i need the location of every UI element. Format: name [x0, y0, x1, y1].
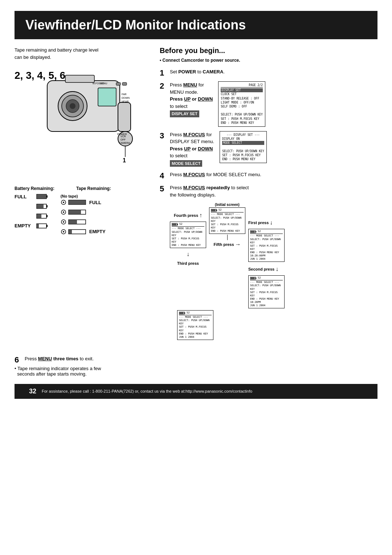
battery-half [36, 214, 48, 219]
step1-num: 1 [160, 69, 167, 77]
svg-rect-26 [46, 205, 48, 207]
svg-rect-45 [69, 210, 81, 214]
page-title: Viewfinder/LCD Monitor Indications [25, 17, 367, 33]
press-sequence-diagram: Fourth press ↑ 52 --- MODE SELECT [170, 202, 377, 340]
tape-bar-half [68, 219, 86, 224]
svg-rect-29 [46, 215, 48, 217]
tape-reel-low [61, 229, 66, 234]
first-press-arrow: ↓ [270, 218, 273, 227]
fourth-press-arrow-up: ↑ [199, 211, 202, 220]
step6-content: Press MENU three times to exit. [25, 355, 94, 362]
third-press-screen-area: 52 --- MODE SELECT --- SELECT: PUSH UP/D… [177, 310, 377, 340]
right-column: Before you begin... • Connect Camcorder … [160, 46, 377, 344]
step6-num: 6 [15, 356, 22, 364]
initial-screen-label: (Initial screen) [215, 202, 240, 207]
svg-rect-58 [250, 231, 255, 233]
before-heading: Before you begin... [160, 46, 377, 55]
intro-text: Tape remaining and battery charge level … [15, 46, 152, 61]
battery-header: Battery Remaining: Tape Remaining: [15, 186, 152, 191]
footer-text: For assistance, please call : 1-800-211-… [42, 389, 252, 393]
battery-icon-full [36, 194, 48, 199]
svg-rect-27 [37, 204, 44, 208]
first-press-screen: 52 --- MODE SELECT --- SELECT: PUSH UP/D… [248, 229, 285, 262]
svg-rect-7 [116, 82, 121, 85]
third-battery-icon [179, 312, 185, 315]
fifth-press-arrow: → [235, 240, 241, 249]
step-2: 2 Press MENU for MENU mode. Press UP or … [160, 81, 377, 127]
svg-point-37 [63, 211, 64, 213]
step-6-area: 6 Press MENU three times to exit. [0, 352, 392, 366]
camera-diagram: 2, 3, 4, 5, 6 [15, 66, 145, 179]
battery-section: Battery Remaining: Tape Remaining: FULL … [15, 186, 152, 234]
svg-text:VCR: VCR [121, 135, 126, 138]
second-battery-icon [250, 277, 257, 280]
svg-rect-57 [256, 231, 256, 232]
fourth-press-screen: 52 --- MODE SELECT --- SELECT: PUSH UP/D… [170, 222, 206, 248]
tape-bar-full [68, 200, 86, 205]
tape-header-label: Tape Remaining: [76, 186, 111, 191]
step4-content: Press M.FOCUS for MODE SELECT menu. [170, 171, 377, 178]
mode-select-highlight: MODE SELECT [170, 160, 202, 167]
second-press-arrow: ↓ [275, 265, 278, 274]
step-3: 3 Press M.FOCUS for DISPLAY SET menu. Pr… [160, 131, 377, 167]
connect-note: • Connect Camcorder to power source. [160, 58, 377, 63]
step-1: 1 Set POWER to CAMERA. [160, 68, 377, 77]
battery-icon-low [36, 223, 48, 228]
svg-rect-52 [172, 223, 176, 226]
step5-content: Press M.FOCUS repeatedly to select the f… [170, 184, 377, 340]
svg-rect-23 [46, 195, 48, 198]
bottom-note: • Tape remaining indicator operates a fe… [15, 366, 392, 377]
full-label: FULL [15, 194, 31, 199]
svg-text:1: 1 [123, 157, 126, 163]
footer-page-num: 32 [29, 388, 36, 395]
battery-full [36, 194, 48, 199]
svg-rect-33 [37, 224, 39, 228]
svg-point-41 [63, 231, 64, 232]
right-press-col: First press ↓ 52 --- MODE SELECT [248, 202, 285, 308]
svg-rect-51 [177, 224, 178, 225]
svg-text:MENU: MENU [100, 82, 107, 85]
no-tape-label: (No tape) [61, 194, 106, 198]
fourth-battery-icon [172, 223, 178, 226]
svg-rect-61 [250, 277, 255, 279]
main-content: Tape remaining and battery charge level … [0, 39, 392, 352]
svg-rect-6 [98, 88, 116, 106]
display-set-highlight: DISPLAY SET [170, 110, 199, 117]
first-battery-icon [250, 230, 257, 233]
menu-screen-step2: PAGE 2/2 DISPLAY SET CLOCK SET STAND-BY … [218, 81, 265, 127]
initial-screen: 52 --- MODE SELECT --- SELECT: PUSH UP/D… [209, 207, 245, 234]
menu-screen-step3: --- DISPLAY SET --- DISPLAY ON MODE SELE… [220, 131, 267, 163]
svg-rect-9 [118, 102, 131, 131]
svg-text:DOWN: DOWN [122, 97, 130, 99]
left-column: Tape remaining and battery charge level … [15, 46, 152, 344]
tape-reel-full [61, 200, 66, 205]
second-press-label: Second press [248, 266, 274, 272]
svg-rect-64 [179, 312, 184, 314]
step-4: 4 Press M.FOCUS for MODE SELECT menu. [160, 171, 377, 180]
step2-content: Press MENU for MENU mode. Press UP or DO… [170, 81, 377, 127]
step3-content: Press M.FOCUS for DISPLAY SET menu. Pres… [170, 131, 377, 167]
step4-num: 4 [160, 172, 167, 180]
initial-battery-icon [211, 209, 217, 212]
svg-rect-43 [69, 200, 85, 204]
svg-text:POWER: POWER [117, 133, 127, 135]
battery-header-label: Battery Remaining: [15, 186, 54, 191]
empty-label: EMPTY [15, 223, 31, 228]
svg-rect-30 [37, 214, 41, 218]
svg-point-4 [70, 103, 75, 109]
step6-row: 6 Press MENU three times to exit. [15, 355, 377, 364]
svg-rect-54 [216, 210, 217, 211]
svg-rect-24 [37, 195, 46, 198]
battery-low [36, 223, 48, 228]
svg-text:NEAR: NEAR [122, 100, 128, 103]
battery-icon-half [36, 214, 48, 219]
svg-rect-63 [184, 312, 185, 314]
fifth-press-label: Fifth press [213, 242, 234, 248]
svg-rect-49 [69, 230, 72, 234]
camera-illustration: VCR OFF CAMERA POWER 1 FAR DOWN NEAR M.F… [36, 66, 138, 171]
battery-3q [36, 204, 48, 209]
third-press-arrow-down: ↓ [187, 250, 189, 259]
svg-text:FAR: FAR [122, 93, 127, 96]
svg-rect-55 [211, 209, 216, 211]
tape-reel-half [61, 219, 66, 224]
